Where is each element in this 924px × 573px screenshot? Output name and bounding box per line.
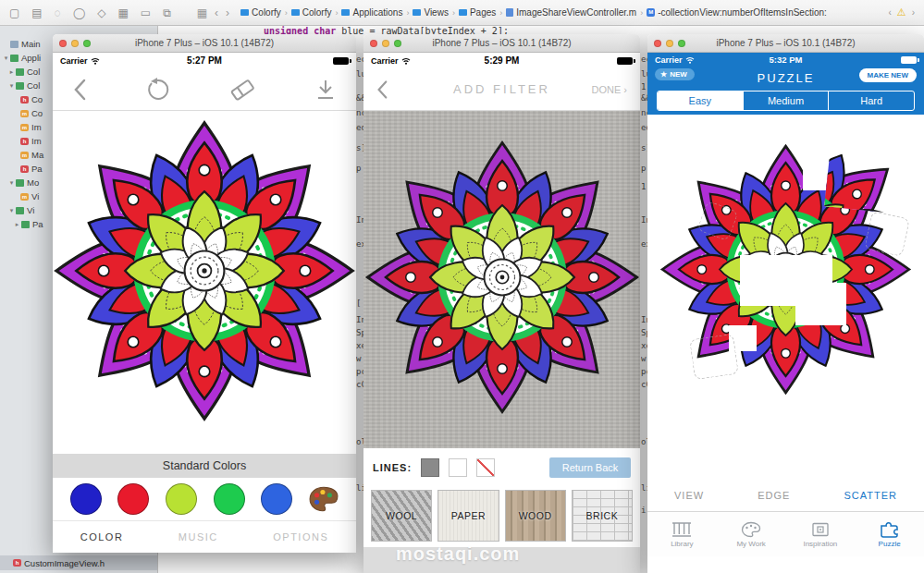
- color-swatch[interactable]: [117, 483, 149, 515]
- filter-choices: WOOL PAPER WOOD BRICK: [363, 487, 640, 547]
- header-file-icon: h: [20, 165, 29, 173]
- close-button[interactable]: [654, 40, 661, 47]
- folder-icon: [21, 221, 30, 228]
- tab-options[interactable]: OPTIONS: [273, 531, 328, 543]
- zoom-button[interactable]: [83, 40, 91, 47]
- breadcrumb-item[interactable]: Pages: [459, 7, 496, 18]
- filter-wool[interactable]: WOOL: [371, 490, 432, 542]
- folder-icon: [16, 68, 24, 76]
- impl-file-icon: m: [20, 124, 29, 131]
- method-icon: M: [647, 8, 655, 17]
- difficulty-hard[interactable]: Hard: [829, 91, 914, 110]
- related-items-icon[interactable]: ▦: [197, 6, 207, 19]
- tab-library[interactable]: Library: [647, 512, 717, 556]
- lines-style-none[interactable]: [476, 458, 495, 477]
- mode-scatter[interactable]: SCATTER: [844, 490, 897, 501]
- tab-music[interactable]: MUSIC: [179, 531, 218, 543]
- tab-color[interactable]: COLOR: [80, 531, 124, 543]
- breadcrumb-item-method[interactable]: M-collectionView:numberOfItemsInSection:: [647, 7, 827, 18]
- editor-layout-icon[interactable]: ▤: [31, 6, 42, 19]
- tab-inspiration[interactable]: Inspiration: [786, 512, 856, 556]
- filter-wood[interactable]: WOOD: [505, 490, 566, 542]
- lines-style-filled[interactable]: [421, 458, 439, 477]
- done-button[interactable]: DONE›: [592, 84, 627, 95]
- screen: ▢ ▤ ◌ ◯ ◇ ▦ ▭ ⧉ ▦ ‹ › Colorfy › Colorfy …: [0, 0, 924, 573]
- minimize-button[interactable]: [71, 40, 79, 47]
- breadcrumb-item[interactable]: Colorfy: [291, 7, 332, 18]
- return-back-button[interactable]: Return Back: [549, 457, 631, 478]
- palette-icon: [741, 521, 761, 538]
- back-arrow[interactable]: ‹: [215, 6, 218, 19]
- console-icon[interactable]: ▭: [141, 6, 151, 19]
- sidebar-selected-file[interactable]: h CustomImageView.h: [0, 555, 157, 570]
- breadcrumb-item[interactable]: Colorfy: [240, 7, 281, 18]
- color-swatch[interactable]: [261, 483, 292, 515]
- frame-icon: [811, 521, 830, 538]
- code-fragment-column: eclu &&nc eds] pIn ex[ InSp xew pccC oll…: [356, 34, 363, 573]
- ios-status-bar: Carrier 5:32 PM: [647, 53, 924, 67]
- star-icon: ★: [660, 70, 667, 79]
- make-new-button[interactable]: MAKE NEW: [859, 68, 917, 82]
- undo-icon[interactable]: [145, 78, 169, 102]
- window-titlebar[interactable]: iPhone 7 Plus – iOS 10.1 (14B72): [53, 34, 356, 53]
- puzzle-board[interactable]: [647, 115, 924, 480]
- window-controls: [59, 40, 91, 47]
- breadcrumb: Colorfy › Colorfy › Applications › Views…: [240, 7, 827, 18]
- lines-style-empty[interactable]: [449, 458, 467, 477]
- coloring-canvas[interactable]: [53, 111, 356, 454]
- breadcrumb-item[interactable]: Views: [413, 7, 449, 18]
- download-icon[interactable]: [315, 79, 336, 101]
- forward-arrow[interactable]: ›: [226, 6, 229, 19]
- difficulty-easy[interactable]: Easy: [658, 91, 744, 110]
- watermark: mostaqi.com: [396, 543, 520, 565]
- eraser-icon[interactable]: [228, 78, 256, 102]
- xcode-toolbar-icons: ▢ ▤ ◌ ◯ ◇ ▦ ▭ ⧉: [0, 6, 171, 19]
- filter-paper[interactable]: PAPER: [437, 490, 499, 542]
- filtered-image-preview[interactable]: [363, 111, 640, 448]
- window-titlebar[interactable]: iPhone 7 Plus – iOS 10.1 (14B72): [647, 34, 924, 53]
- panes-icon[interactable]: ⧉: [163, 6, 171, 19]
- bottom-tab-bar: Library My Work Inspiration Puzzle: [647, 511, 924, 556]
- back-button[interactable]: [376, 79, 388, 100]
- close-button[interactable]: [59, 40, 67, 47]
- prev-issue-arrow[interactable]: ‹: [888, 7, 891, 18]
- breadcrumb-item-file[interactable]: ImageShareViewController.m: [506, 7, 636, 18]
- piece-outline[interactable]: [689, 334, 739, 380]
- color-swatch[interactable]: [214, 483, 245, 515]
- zoom-button[interactable]: [394, 40, 401, 47]
- piece-outline[interactable]: [864, 211, 910, 257]
- filter-brick[interactable]: BRICK: [572, 490, 633, 542]
- grid-icon[interactable]: ▦: [118, 6, 129, 19]
- back-button[interactable]: [73, 79, 86, 101]
- search-icon[interactable]: ◌: [55, 6, 61, 19]
- debug-icon[interactable]: ◇: [97, 6, 105, 19]
- folder-icon: [16, 179, 24, 187]
- color-swatch[interactable]: [166, 483, 197, 515]
- difficulty-medium[interactable]: Medium: [744, 91, 830, 110]
- file-icon: [506, 8, 513, 17]
- close-button[interactable]: [370, 40, 377, 47]
- folder-icon: [240, 9, 249, 16]
- tab-puzzle[interactable]: Puzzle: [855, 512, 924, 556]
- clock: 5:32 PM: [647, 55, 924, 65]
- xcode-toolbar: ▢ ▤ ◌ ◯ ◇ ▦ ▭ ⧉ ▦ ‹ › Colorfy › Colorfy …: [0, 0, 924, 26]
- tab-my-work[interactable]: My Work: [717, 512, 786, 556]
- mode-view[interactable]: VIEW: [674, 490, 704, 501]
- palette-icon[interactable]: [309, 486, 339, 512]
- minimize-button[interactable]: [666, 40, 673, 47]
- document-icon[interactable]: ▢: [9, 6, 19, 19]
- color-swatch[interactable]: [70, 483, 102, 515]
- mandala-fragment: [824, 136, 898, 213]
- scattered-puzzle-piece[interactable]: [824, 136, 898, 213]
- new-badge[interactable]: ★NEW: [655, 68, 695, 80]
- mode-edge[interactable]: EDGE: [758, 490, 790, 501]
- window-titlebar[interactable]: iPhone 7 Plus – iOS 10.1 (14B72): [363, 34, 640, 53]
- zoom-button[interactable]: [678, 40, 685, 47]
- breadcrumb-item[interactable]: Applications: [341, 7, 402, 18]
- record-icon[interactable]: ◯: [73, 6, 85, 19]
- next-issue-arrow[interactable]: ›: [912, 7, 915, 18]
- file-icon: [10, 41, 18, 48]
- warning-icon: ⚠: [897, 6, 906, 18]
- minimize-button[interactable]: [382, 40, 389, 47]
- puzzle-modes: VIEW EDGE SCATTER: [647, 480, 924, 511]
